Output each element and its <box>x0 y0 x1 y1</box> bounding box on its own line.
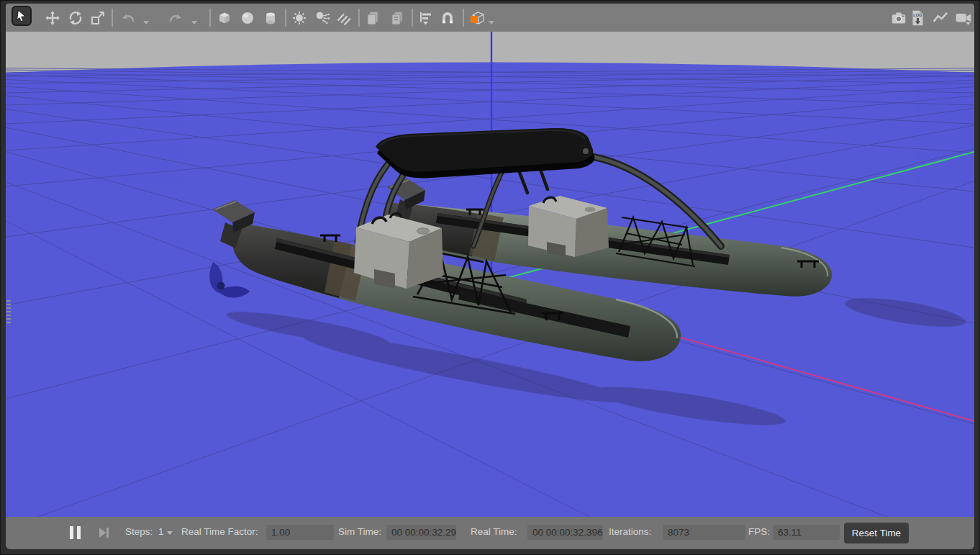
plot-button[interactable] <box>930 8 950 28</box>
spot-light-button[interactable] <box>312 8 332 28</box>
redo-arrow-icon <box>167 9 184 27</box>
gazebo-window: LOG <box>0 0 980 555</box>
sim-time-field[interactable]: 00 00:00:32.292 <box>386 525 456 540</box>
steps-dropdown-caret[interactable] <box>167 531 173 535</box>
redo-button[interactable] <box>165 8 186 28</box>
toolbar-separator <box>463 9 464 27</box>
translate-tool-button[interactable] <box>42 8 63 28</box>
log-record-button[interactable]: LOG <box>907 8 927 28</box>
toolbar-separator <box>209 9 211 27</box>
insert-cylinder-button[interactable] <box>260 8 281 28</box>
step-icon <box>99 528 106 538</box>
rotate-arrows-icon <box>67 9 84 27</box>
toolbar-separator <box>112 9 113 27</box>
fps-label: FPS: <box>748 526 770 537</box>
paste-button[interactable] <box>387 8 407 28</box>
pause-button[interactable] <box>70 526 81 539</box>
scale-tool-button[interactable] <box>88 8 108 28</box>
undo-arrow-icon <box>119 9 137 27</box>
video-record-button[interactable] <box>953 8 974 28</box>
sphere-shape-icon <box>239 9 256 27</box>
view-cube-icon <box>468 9 486 27</box>
directional-light-button[interactable] <box>334 8 354 28</box>
steps-value[interactable]: 1 <box>158 526 164 537</box>
paste-icon <box>389 9 406 27</box>
screenshot-button[interactable] <box>889 8 909 28</box>
directional-light-icon <box>335 9 353 27</box>
sun-light-icon <box>291 9 308 27</box>
simulation-statusbar: Steps: 1 Real Time Factor: 1.00 Sim Time… <box>6 517 974 549</box>
snap-button[interactable] <box>437 8 458 28</box>
toolbar-separator <box>358 9 360 27</box>
align-icon <box>417 9 435 27</box>
log-document-icon: LOG <box>908 9 927 27</box>
camera-icon <box>889 9 908 27</box>
toolbar-separator <box>412 9 413 27</box>
iterations-label: Iterations: <box>609 526 651 537</box>
undo-button[interactable] <box>118 8 138 28</box>
scale-icon <box>89 9 106 27</box>
reset-time-button[interactable]: Reset Time <box>844 523 909 543</box>
view-angle-button[interactable] <box>467 8 487 28</box>
steps-label: Steps: <box>125 526 153 537</box>
cursor-arrow-icon <box>14 8 30 24</box>
redo-history-dropdown[interactable] <box>191 21 197 24</box>
main-toolbar: LOG <box>6 4 974 32</box>
copy-icon <box>364 9 381 27</box>
move-arrows-icon <box>44 9 61 27</box>
magnet-icon <box>439 9 456 27</box>
real-time-factor-label: Real Time Factor: <box>181 526 258 537</box>
point-light-button[interactable] <box>289 8 309 28</box>
real-time-field[interactable]: 00 00:00:32.396 <box>527 525 603 540</box>
box-shape-icon <box>216 9 233 27</box>
insert-box-button[interactable] <box>214 8 235 28</box>
video-camera-icon <box>954 9 973 27</box>
sim-time-label: Sim Time: <box>338 526 381 537</box>
insert-sphere-button[interactable] <box>237 8 258 28</box>
real-time-label: Real Time: <box>471 526 517 537</box>
rotate-tool-button[interactable] <box>65 8 86 28</box>
undo-history-dropdown[interactable] <box>143 21 149 24</box>
copy-button[interactable] <box>363 8 383 28</box>
line-chart-icon <box>931 9 950 27</box>
real-time-factor-field[interactable]: 1.00 <box>266 525 334 540</box>
spot-light-icon <box>314 9 331 27</box>
log-icon-label: LOG <box>913 13 922 17</box>
3d-viewport[interactable] <box>6 32 974 517</box>
cylinder-shape-icon <box>262 9 279 27</box>
view-angle-dropdown[interactable] <box>489 21 494 24</box>
iterations-field[interactable]: 8073 <box>663 525 745 540</box>
left-splitter-grip[interactable] <box>6 300 11 325</box>
scene-canvas <box>6 32 974 517</box>
fps-field[interactable]: 63.11 <box>773 525 840 540</box>
step-button[interactable] <box>99 527 111 538</box>
align-button[interactable] <box>416 8 436 28</box>
select-tool-button[interactable] <box>12 6 32 26</box>
toolbar-separator <box>285 9 286 27</box>
